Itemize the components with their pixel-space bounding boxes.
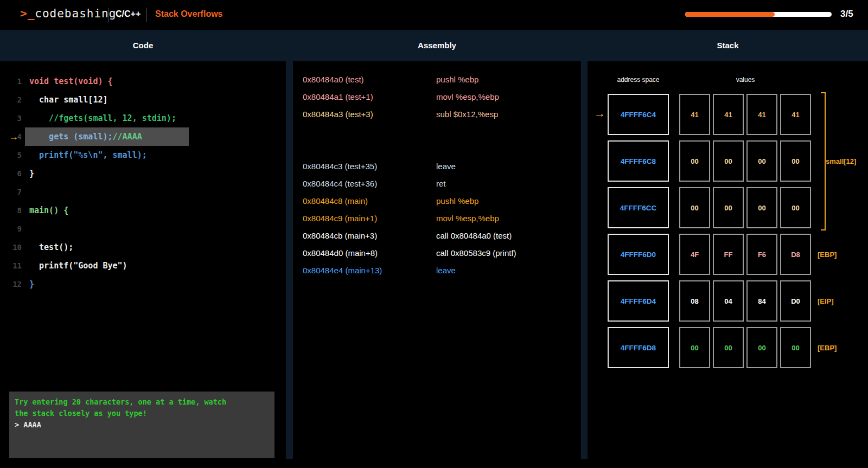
stack-grid: →4FFFF6C4414141414FFFF6C800000000small[1…: [588, 94, 868, 374]
stack-pointer-arrow-icon: →: [594, 107, 605, 120]
stack-value-cell: 00: [780, 187, 811, 228]
code-text: //fgets(small, 12, stdin);: [25, 109, 176, 127]
assembly-address: 0x80484e4 (main+13): [303, 266, 436, 275]
assembly-address: 0x80484a3 (test+3): [303, 110, 436, 119]
assembly-address: 0x80484d0 (main+8): [303, 248, 436, 258]
code-editor: 1void test(void) {2 char small[12]3 //fg…: [0, 72, 286, 293]
stack-value-cell: 00: [679, 140, 710, 182]
stack-row-label: [EBP]: [818, 327, 837, 368]
stack-address-cell: 4FFFF6D0: [608, 234, 669, 275]
code-line: 6}: [0, 164, 286, 183]
code-text: printf("Good Bye"): [25, 257, 127, 275]
code-line: 10 test();: [0, 238, 286, 257]
top-navigation-bar: >_codebashing. C/C++ Stack Overflows 3/5: [0, 0, 868, 30]
stack-value-cell: 00: [679, 327, 710, 368]
assembly-instruction: leave: [436, 266, 456, 275]
line-number: 10: [0, 238, 25, 257]
code-panel-title: Code: [0, 41, 286, 50]
stack-address-cell: 4FFFF6C8: [608, 140, 669, 182]
assembly-instruction: call 0x80583c9 (printf): [436, 248, 516, 258]
stack-address-cell: 4FFFF6C4: [608, 94, 669, 135]
code-line: 7: [0, 183, 286, 201]
stack-value-cell: 00: [679, 187, 710, 228]
assembly-row: 0x80484a0 (test)pushl %ebp: [293, 70, 581, 88]
code-line: 8main() {: [0, 201, 286, 220]
stack-value-cell: 00: [746, 327, 777, 368]
assembly-instruction: leave: [436, 162, 456, 171]
terminal-line: Try entering 20 characters, one at a tim…: [15, 396, 269, 408]
assembly-instruction: pushl %ebp: [436, 196, 478, 206]
line-number: 5: [0, 146, 25, 164]
line-number: 6: [0, 164, 25, 183]
stack-row: 4FFFF6CC00000000: [588, 187, 868, 228]
terminal-line: > AAAA: [15, 419, 269, 431]
assembly-instruction: subl $0x12,%esp: [436, 110, 498, 119]
assembly-address: 0x80484c8 (main): [303, 196, 436, 206]
stack-value-cell: 41: [679, 94, 710, 135]
stack-row: 4FFFF6D800000000[EBP]: [588, 327, 868, 368]
stack-row: 4FFFF6C800000000small[12]: [588, 140, 868, 182]
code-text: [25, 183, 29, 201]
code-line: 11 printf("Good Bye"): [0, 257, 286, 275]
assembly-instruction: ret: [436, 179, 446, 188]
code-text: }: [25, 164, 34, 183]
stack-value-cell: 41: [746, 94, 777, 135]
code-line: 9: [0, 220, 286, 238]
code-line: →4 gets (small);//AAAA: [0, 127, 286, 146]
code-line: 2 char small[12]: [0, 91, 286, 109]
stack-panel: address space values →4FFFF6C4414141414F…: [588, 61, 868, 459]
assembly-row: 0x80484c8 (main)pushl %ebp: [293, 192, 581, 209]
lesson-title: Stack Overflows: [155, 9, 223, 19]
assembly-instruction: pushl %ebp: [436, 75, 478, 84]
line-number: 3: [0, 109, 25, 127]
line-number: 9: [0, 220, 25, 238]
stack-value-cell: 41: [713, 94, 744, 135]
values-column-label: values: [679, 76, 812, 84]
terminal-prompt-icon: >_: [20, 7, 35, 20]
assembly-spacer: [293, 123, 581, 157]
assembly-row: 0x80484a1 (test+1)movl %esp,%ebp: [293, 88, 581, 105]
assembly-row: 0x80484c4 (test+36)ret: [293, 175, 581, 192]
stack-row: →4FFFF6C441414141: [588, 94, 868, 135]
stack-panel-title: Stack: [588, 41, 868, 50]
assembly-row: 0x80484d0 (main+8)call 0x80583c9 (printf…: [293, 244, 581, 261]
stack-value-cell: 84: [746, 280, 777, 322]
assembly-instruction: movl %esp,%ebp: [436, 214, 499, 223]
stack-row-label: [EIP]: [818, 280, 834, 322]
stack-value-cell: 4F: [679, 234, 710, 275]
topbar-divider: [146, 8, 147, 22]
stack-value-cell: FF: [713, 234, 744, 275]
stack-value-cell: 00: [746, 187, 777, 228]
assembly-address: 0x80484c4 (test+36): [303, 179, 436, 188]
line-number: 8: [0, 201, 25, 220]
lesson-progress-count: 3/5: [840, 9, 853, 20]
code-text: char small[12]: [25, 91, 108, 109]
stack-value-cell: 00: [780, 140, 811, 182]
code-line: 1void test(void) {: [0, 72, 286, 91]
stack-value-cell: D0: [780, 280, 811, 322]
brand-name: codebashing: [35, 7, 116, 20]
course-language-label: C/C++: [116, 9, 141, 19]
terminal-output[interactable]: Try entering 20 characters, one at a tim…: [9, 392, 275, 458]
code-panel: 1void test(void) {2 char small[12]3 //fg…: [0, 61, 286, 459]
code-text: printf("%s\n", small);: [25, 146, 147, 164]
stack-value-cell: D8: [780, 234, 811, 275]
assembly-address: 0x80484c3 (test+35): [303, 162, 436, 171]
stack-value-cell: 00: [713, 187, 744, 228]
code-text: test();: [25, 238, 73, 257]
code-text: void test(void) {: [25, 72, 113, 91]
terminal-line: the stack closely as you type!: [15, 408, 269, 419]
stack-address-cell: 4FFFF6D8: [608, 327, 669, 368]
stack-value-cell: 08: [679, 280, 710, 322]
code-line: 12}: [0, 275, 286, 293]
stack-address-cell: 4FFFF6CC: [608, 187, 669, 228]
assembly-address: 0x80484a1 (test+1): [303, 92, 436, 101]
assembly-instruction: call 0x80484a0 (test): [436, 231, 512, 240]
line-number: 7: [0, 183, 25, 201]
code-line: 3 //fgets(small, 12, stdin);: [0, 109, 286, 127]
app-root: >_codebashing. C/C++ Stack Overflows 3/5…: [0, 0, 868, 468]
assembly-address: 0x80484c9 (main+1): [303, 214, 436, 223]
code-text: gets (small);//AAAA: [25, 127, 189, 146]
line-number: 12: [0, 275, 25, 293]
assembly-row: 0x80484cb (main+3)call 0x80484a0 (test): [293, 227, 581, 244]
